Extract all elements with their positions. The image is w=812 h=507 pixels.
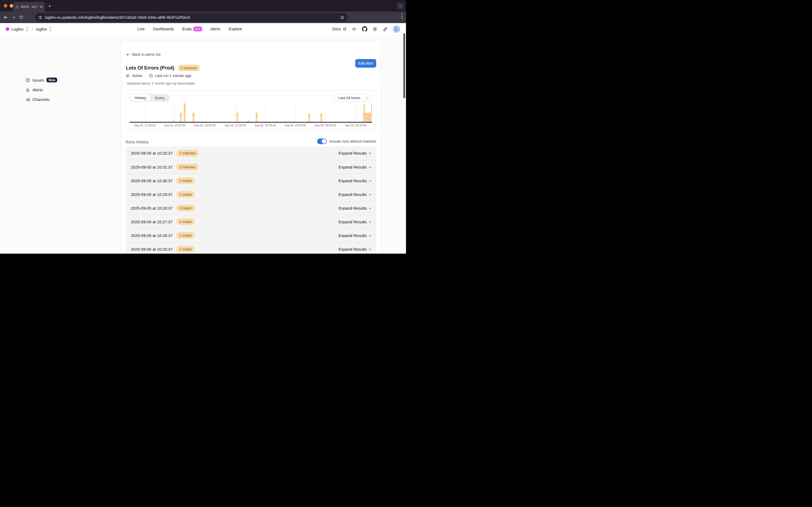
tab-query[interactable]: Query	[150, 95, 169, 101]
evals-beta-badge: beta	[193, 26, 202, 32]
issues-beta-badge: Beta	[47, 77, 57, 82]
run-timestamp: 2025-09-05 at 10:25:37	[131, 247, 173, 251]
active-status-icon	[126, 74, 129, 77]
chart-gridline	[325, 103, 326, 122]
include-runs-toggle[interactable]	[317, 138, 327, 144]
docs-link[interactable]: Docs	[332, 27, 347, 31]
expand-results-button[interactable]: Expand Results	[339, 206, 371, 211]
runs-list: 2025-09-05 at 10:32:37 2 matches Expand …	[126, 146, 376, 253]
chart-bar	[184, 103, 185, 122]
run-row: 2025-09-05 at 10:27:37 1 match Expand Re…	[126, 215, 376, 228]
edit-alert-button[interactable]: Edit Alert	[355, 59, 376, 68]
browser-tab-bar: Alerts · logfire/logfire · Pydant +	[0, 0, 406, 11]
play-circle-icon	[149, 73, 153, 78]
org-selector[interactable]: Logfire	[11, 27, 23, 32]
sidebar-item-label: Channels	[33, 97, 49, 102]
back-button[interactable]	[3, 15, 8, 20]
browser-menu-icon[interactable]	[401, 14, 402, 19]
chart-baseline	[129, 122, 372, 123]
run-matches-badge: 2 matches	[176, 164, 199, 170]
expand-results-button[interactable]: Expand Results	[339, 247, 371, 251]
chart-bar	[193, 113, 195, 122]
chart-bar	[256, 113, 258, 122]
history-panel: History Query Last 24 hours Sep 04, 12:0…	[126, 90, 376, 130]
share-link-icon[interactable]	[383, 26, 388, 32]
external-link-icon	[343, 27, 347, 31]
url-bar[interactable]: logfire-eu.pydantic.info/logfire/logfire…	[35, 13, 348, 22]
expand-results-button[interactable]: Expand Results	[339, 220, 371, 224]
app-content: Issues Beta Alerts Channels Back to aler…	[0, 35, 406, 253]
expand-results-button[interactable]: Expand Results	[339, 165, 371, 169]
chart-tick-label: Sep 05, 03:00:00	[285, 124, 306, 127]
status-label: Active	[132, 73, 142, 78]
tab-search-button[interactable]	[397, 3, 404, 9]
close-window-button[interactable]	[4, 4, 7, 7]
run-timestamp: 2025-09-05 at 10:26:37	[131, 233, 173, 238]
run-timestamp: 2025-09-05 at 10:31:37	[131, 165, 173, 169]
chart-tick-label: Sep 05, 09:00:00	[345, 124, 366, 127]
chart-tick-label: Sep 05, 00:00:00	[255, 124, 276, 127]
expand-results-button[interactable]: Expand Results	[339, 233, 371, 238]
chart-bar	[371, 104, 372, 122]
chevron-down-icon	[369, 207, 372, 209]
run-timestamp: 2025-09-05 at 10:32:37	[131, 151, 173, 155]
last-run-label: Last run 1 minute ago	[155, 73, 191, 78]
run-row: 2025-09-05 at 10:29:37 1 match Expand Re…	[126, 187, 376, 201]
run-row: 2025-09-05 at 10:26:37 1 match Expand Re…	[126, 228, 376, 242]
include-runs-toggle-label: Include runs without matches	[329, 139, 376, 143]
sidebar-item-channels[interactable]: Channels	[25, 97, 49, 102]
reload-button[interactable]	[19, 15, 23, 19]
run-timestamp: 2025-09-05 at 10:28:37	[131, 206, 173, 211]
chart-tick-label: Sep 04, 21:00:00	[224, 124, 246, 127]
chart-bar	[236, 113, 238, 122]
nav-explore[interactable]: Explore	[229, 27, 242, 31]
issues-icon	[25, 78, 30, 82]
slack-icon[interactable]	[352, 26, 357, 32]
tab-close-icon[interactable]	[40, 5, 43, 8]
site-settings-icon[interactable]	[38, 15, 42, 19]
run-row: 2025-09-05 at 10:28:37 1 match Expand Re…	[126, 201, 376, 215]
run-row: 2025-09-05 at 10:31:37 2 matches Expand …	[126, 160, 376, 174]
run-matches-badge: 1 match	[176, 219, 195, 225]
tab-title: Alerts · logfire/logfire · Pydant	[21, 5, 38, 9]
expand-results-label: Expand Results	[339, 192, 367, 197]
sidebar-item-alerts[interactable]: Alerts	[25, 88, 43, 92]
nav-dashboards[interactable]: Dashboards	[153, 27, 174, 31]
back-to-alerts-link[interactable]: Back to alerts list	[126, 52, 161, 57]
runs-history-heading: Runs History	[126, 139, 149, 144]
nav-evals[interactable]: Evalsbeta	[182, 26, 202, 32]
nav-live[interactable]: Live	[138, 27, 145, 31]
chevron-down-icon	[369, 193, 372, 195]
chart-x-axis: Sep 04, 12:00:00Sep 04, 15:00:00Sep 04, …	[129, 124, 372, 128]
expand-results-button[interactable]: Expand Results	[339, 192, 371, 197]
time-range-dropdown[interactable]: Last 24 hours	[334, 95, 372, 101]
expand-results-button[interactable]: Expand Results	[339, 151, 371, 155]
theme-sun-icon[interactable]	[372, 26, 378, 32]
megaphone-icon	[25, 97, 30, 102]
chevron-down-icon	[369, 220, 372, 223]
sidebar-item-issues[interactable]: Issues Beta	[25, 77, 57, 82]
page-scrollbar-thumb[interactable]	[403, 33, 405, 98]
breadcrumb-separator: /	[32, 27, 33, 32]
expand-results-button[interactable]: Expand Results	[339, 178, 371, 183]
chart-gridline	[265, 103, 266, 122]
tab-history[interactable]: History	[130, 95, 150, 101]
new-tab-button[interactable]: +	[46, 3, 53, 10]
header-actions: Docs L	[332, 23, 400, 35]
chevron-down-icon	[366, 96, 369, 99]
project-selector-chevrons-icon[interactable]	[50, 27, 51, 31]
chevron-down-icon	[369, 247, 372, 250]
avatar[interactable]: L	[393, 25, 400, 33]
logfire-favicon	[15, 5, 19, 9]
run-row: 2025-09-05 at 10:30:37 1 match Expand Re…	[126, 174, 376, 187]
nav-alerts[interactable]: Alerts	[211, 27, 220, 31]
org-selector-chevrons-icon[interactable]	[26, 27, 28, 31]
github-icon[interactable]	[362, 26, 367, 32]
project-selector[interactable]: logfire	[36, 27, 47, 32]
forward-button[interactable]	[11, 15, 16, 20]
chart-gridline	[235, 103, 235, 122]
bookmark-star-icon[interactable]	[340, 15, 344, 19]
bell-icon	[25, 88, 30, 92]
expand-results-label: Expand Results	[339, 206, 367, 211]
browser-tab[interactable]: Alerts · logfire/logfire · Pydant	[13, 2, 45, 11]
